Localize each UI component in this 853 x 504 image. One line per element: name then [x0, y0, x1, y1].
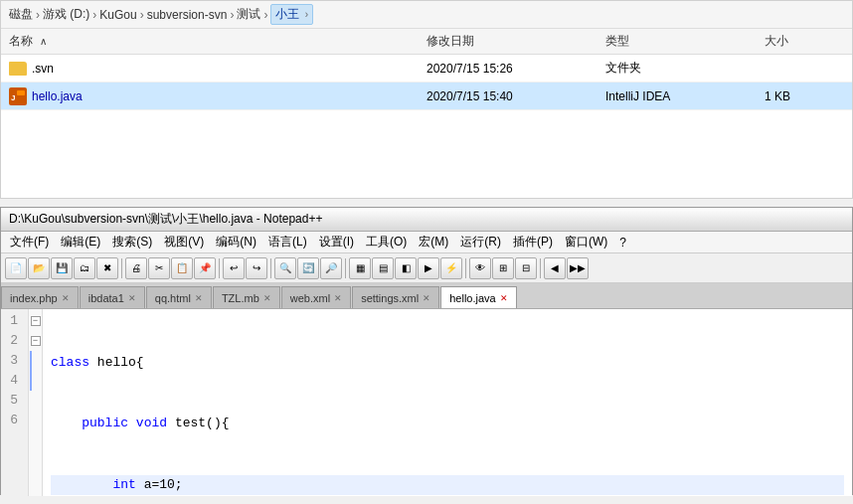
- svg-rect-2: [17, 90, 25, 95]
- breadcrumb-sep1: ›: [36, 8, 40, 22]
- editor-tabs: index.php ✕ ibdata1 ✕ qq.html ✕ TZL.mb ✕…: [1, 283, 852, 309]
- tab-ibdata1[interactable]: ibdata1 ✕: [80, 286, 145, 308]
- marker-2[interactable]: −: [30, 331, 41, 351]
- menu-plugins[interactable]: 插件(P): [508, 233, 558, 252]
- tab-label-index-php: index.php: [10, 292, 58, 304]
- menu-tools[interactable]: 工具(O): [361, 233, 412, 252]
- tab-web-xml[interactable]: web.xml ✕: [281, 286, 351, 308]
- tab-qq-html[interactable]: qq.html ✕: [146, 286, 212, 308]
- toolbar-redo[interactable]: ↪: [246, 257, 267, 279]
- breadcrumb-svn[interactable]: subversion-svn: [147, 8, 228, 22]
- notepad-titlebar: D:\KuGou\subversion-svn\测试\小王\hello.java…: [1, 208, 852, 232]
- toolbar-find[interactable]: 🔍: [274, 257, 296, 279]
- toolbar-btn7[interactable]: ⊞: [492, 257, 514, 279]
- menu-language[interactable]: 语言(L): [263, 233, 312, 252]
- svg-text:J: J: [11, 93, 15, 102]
- tab-hello-java[interactable]: hello.java ✕: [440, 286, 516, 308]
- toolbar-sep4: [345, 258, 346, 278]
- toolbar-btn1[interactable]: ▦: [349, 257, 371, 279]
- tab-label-hello-java: hello.java: [449, 292, 495, 304]
- menu-view[interactable]: 视图(V): [159, 233, 209, 252]
- breadcrumb-disk[interactable]: 磁盘: [9, 6, 33, 23]
- collapse-1[interactable]: −: [31, 316, 41, 326]
- toolbar-paste[interactable]: 📌: [194, 257, 216, 279]
- toolbar-btn8[interactable]: ⊟: [515, 257, 537, 279]
- tab-close-index-php[interactable]: ✕: [62, 293, 70, 303]
- file-row-svn[interactable]: .svn 2020/7/15 15:26 文件夹: [1, 55, 852, 83]
- toolbar-btn5[interactable]: ⚡: [440, 257, 462, 279]
- toolbar-print[interactable]: 🖨: [125, 257, 147, 279]
- col-header-type[interactable]: 类型: [605, 33, 765, 50]
- toolbar-copy[interactable]: 📋: [171, 257, 193, 279]
- breadcrumb-active-item[interactable]: 小王 ›: [270, 4, 313, 25]
- tab-label-qq-html: qq.html: [155, 292, 191, 304]
- menu-window[interactable]: 窗口(W): [560, 233, 612, 252]
- tab-label-ibdata1: ibdata1: [88, 292, 124, 304]
- marker-1[interactable]: −: [30, 311, 41, 331]
- tab-close-ibdata1[interactable]: ✕: [128, 293, 136, 303]
- tab-index-php[interactable]: index.php ✕: [1, 286, 79, 308]
- col-header-name[interactable]: 名称 ∧: [9, 33, 426, 50]
- file-explorer: 磁盘 › 游戏 (D:) › KuGou › subversion-svn › …: [0, 0, 853, 199]
- toolbar-save-all[interactable]: 🗂: [74, 257, 95, 279]
- toolbar-undo[interactable]: ↩: [223, 257, 245, 279]
- toolbar-btn10[interactable]: ▶▶: [567, 257, 589, 279]
- breadcrumb-drive[interactable]: 游戏 (D:): [43, 6, 89, 23]
- tab-close-web-xml[interactable]: ✕: [334, 293, 342, 303]
- menu-run[interactable]: 运行(R): [455, 233, 506, 252]
- toolbar-btn3[interactable]: ◧: [395, 257, 417, 279]
- toolbar-close[interactable]: ✖: [96, 257, 118, 279]
- tab-close-hello-java[interactable]: ✕: [500, 293, 508, 303]
- toolbar-save[interactable]: 💾: [51, 257, 73, 279]
- code-editor[interactable]: 1 2 3 4 5 6 − − class hello{ public void…: [1, 309, 852, 496]
- notepad-title: D:\KuGou\subversion-svn\测试\小王\hello.java…: [9, 211, 322, 228]
- menu-settings[interactable]: 设置(I): [314, 233, 359, 252]
- toolbar-btn9[interactable]: ◀: [544, 257, 566, 279]
- tab-label-settings-xml: settings.xml: [361, 292, 419, 304]
- toolbar-sep6: [540, 258, 541, 278]
- marker-6: [30, 411, 41, 430]
- tab-settings-xml[interactable]: settings.xml ✕: [352, 286, 439, 308]
- tab-close-qq-html[interactable]: ✕: [195, 293, 203, 303]
- marker-3: [30, 351, 41, 371]
- col-header-modified[interactable]: 修改日期: [426, 33, 605, 50]
- code-line-1: class hello{: [51, 353, 844, 373]
- menu-macro[interactable]: 宏(M): [414, 233, 453, 252]
- code-content[interactable]: class hello{ public void test(){ int a=1…: [43, 309, 852, 496]
- menu-search[interactable]: 搜索(S): [107, 233, 157, 252]
- marker-5: [30, 391, 41, 411]
- toolbar-btn4[interactable]: ▶: [418, 257, 439, 279]
- breadcrumb-chevron-icon: ›: [305, 9, 308, 20]
- java-file-icon: J: [9, 87, 27, 105]
- tab-close-tzl-mb[interactable]: ✕: [263, 293, 271, 303]
- col-header-size[interactable]: 大小: [765, 33, 844, 50]
- menu-file[interactable]: 文件(F): [5, 233, 54, 252]
- notepad-menubar: 文件(F) 编辑(E) 搜索(S) 视图(V) 编码(N) 语言(L) 设置(I…: [1, 232, 852, 253]
- toolbar-sep3: [270, 258, 271, 278]
- code-line-3: int a=10;: [51, 475, 844, 495]
- marker-4: [30, 371, 41, 391]
- menu-edit[interactable]: 编辑(E): [56, 233, 105, 252]
- breadcrumb-test[interactable]: 测试: [237, 6, 260, 23]
- toolbar-cut[interactable]: ✂: [148, 257, 170, 279]
- menu-help[interactable]: ?: [614, 235, 631, 251]
- toolbar-new[interactable]: 📄: [5, 257, 27, 279]
- code-line-2: public void test(){: [51, 414, 844, 433]
- breadcrumb-sep5: ›: [263, 8, 267, 22]
- file-row-hello-java[interactable]: J hello.java 2020/7/15 15:40 IntelliJ ID…: [1, 83, 852, 110]
- toolbar-btn6[interactable]: 👁: [469, 257, 491, 279]
- toolbar-zoom-in[interactable]: 🔎: [320, 257, 342, 279]
- breadcrumb-sep2: ›: [92, 8, 96, 22]
- toolbar-sep5: [465, 258, 466, 278]
- breadcrumb-kugou[interactable]: KuGou: [99, 8, 136, 22]
- toolbar-open[interactable]: 📂: [28, 257, 50, 279]
- toolbar-btn2[interactable]: ▤: [372, 257, 394, 279]
- toolbar-sep1: [121, 258, 122, 278]
- tab-close-settings-xml[interactable]: ✕: [423, 293, 430, 303]
- file-name-svn: .svn: [9, 62, 426, 76]
- toolbar-sep2: [219, 258, 220, 278]
- menu-encoding[interactable]: 编码(N): [211, 233, 261, 252]
- tab-tzl-mb[interactable]: TZL.mb ✕: [213, 286, 280, 308]
- toolbar-replace[interactable]: 🔄: [297, 257, 319, 279]
- collapse-2[interactable]: −: [31, 336, 41, 346]
